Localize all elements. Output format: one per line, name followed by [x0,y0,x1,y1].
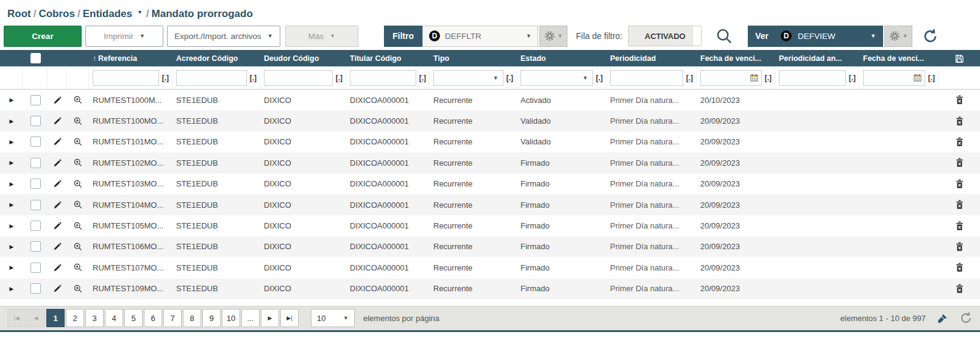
filter-input-titular[interactable] [350,70,416,86]
crear-button[interactable]: Crear [4,26,82,47]
view-row-button[interactable] [73,116,83,126]
filtro-settings-button[interactable]: ▼ [539,26,567,47]
row-checkbox[interactable] [30,283,41,294]
filter-date-input[interactable] [866,71,913,85]
page-button-10[interactable]: 10 [222,309,240,327]
view-row-button[interactable] [73,200,83,210]
cell-referencia[interactable]: RUMTEST105MO... [89,221,172,230]
filter-select-tipo[interactable]: ▼ [433,70,503,86]
cell-referencia[interactable]: RUMTEST106MO... [89,242,172,251]
imprimir-button[interactable]: Imprimir ▼ [85,26,163,47]
filter-input-deudor[interactable] [264,70,333,86]
filter-date-fecha-vencimiento-2[interactable] [863,70,925,86]
view-row-button[interactable] [73,137,83,147]
filter-date-fecha-vencimiento[interactable] [700,70,762,86]
calendar-icon[interactable] [750,73,759,82]
edit-row-button[interactable] [53,200,62,210]
filter-operator-button[interactable]: [.] [505,74,515,82]
delete-row-button[interactable] [955,179,964,189]
column-header-deudor[interactable]: Deudor Código [260,54,346,63]
expand-row-icon[interactable]: ▶ [10,202,14,208]
filter-operator-button[interactable]: [.] [684,74,695,82]
ver-select[interactable]: Ver D DEFVIEW ▼ [748,26,883,47]
column-header-acreedor[interactable]: Acreedor Código [172,54,260,63]
cell-referencia[interactable]: RUMTEST107MO... [89,263,172,272]
cell-referencia[interactable]: RUMTEST101MO... [89,137,172,146]
edit-row-button[interactable] [53,242,62,251]
view-row-button[interactable] [73,158,83,168]
row-checkbox[interactable] [30,158,41,168]
filter-operator-button[interactable]: [.] [334,74,344,82]
filter-input-periodicidad-anual[interactable] [779,70,846,86]
previous-page-button[interactable]: ◀ [27,309,45,327]
ver-settings-button[interactable]: ▼ [884,26,912,47]
select-all-checkbox[interactable] [30,53,41,63]
filter-operator-button[interactable]: [.] [160,74,171,82]
column-header-per_an[interactable]: Periodicidad an... [775,54,859,63]
filter-operator-button[interactable]: [.] [926,74,937,82]
column-header-ref[interactable]: ↑Referencia [89,54,172,63]
clear-filters-button[interactable] [937,313,948,324]
breadcrumb-item-root[interactable]: Root [7,8,31,20]
delete-row-button[interactable] [955,284,964,294]
edit-row-button[interactable] [53,116,62,126]
expand-row-icon[interactable]: ▶ [10,160,14,166]
page-button-9[interactable]: 9 [202,309,221,327]
refresh-button[interactable] [922,28,939,44]
view-row-button[interactable] [73,221,83,231]
view-row-button[interactable] [73,179,83,189]
edit-row-button[interactable] [53,137,62,146]
page-button-3[interactable]: 3 [85,309,104,327]
delete-row-button[interactable] [955,263,964,272]
refresh-list-button[interactable] [959,311,973,325]
page-button-...[interactable]: ... [241,309,260,327]
first-page-button[interactable]: |◀ [7,309,26,327]
delete-row-button[interactable] [955,137,964,147]
page-button-1[interactable]: 1 [46,309,65,327]
expand-row-icon[interactable]: ▶ [10,264,14,271]
next-page-button[interactable]: ▶ [261,309,279,327]
row-checkbox[interactable] [30,200,41,210]
expand-row-icon[interactable]: ▶ [10,286,14,292]
calendar-icon[interactable] [913,73,922,82]
delete-row-button[interactable] [955,158,964,168]
delete-row-button[interactable] [955,242,964,252]
expand-row-icon[interactable]: ▶ [10,139,14,145]
filter-operator-button[interactable]: [.] [763,74,773,82]
view-row-button[interactable] [73,284,83,294]
edit-row-button[interactable] [53,221,62,230]
row-checkbox[interactable] [30,116,41,126]
row-checkbox[interactable] [30,263,41,273]
edit-row-button[interactable] [53,284,62,293]
row-checkbox[interactable] [30,136,41,147]
delete-row-button[interactable] [955,221,964,231]
delete-row-button[interactable] [955,200,964,210]
mas-button[interactable]: Más ▼ [285,26,358,47]
view-row-button[interactable] [73,95,83,105]
expand-row-icon[interactable]: ▶ [10,118,14,124]
page-button-8[interactable]: 8 [183,309,201,327]
cell-referencia[interactable]: RUMTEST1000M... [89,96,172,105]
view-row-button[interactable] [73,242,83,252]
column-header-fecha2[interactable]: Fecha de venci... [859,54,939,63]
filter-input-acreedor[interactable] [176,70,247,86]
page-button-7[interactable]: 7 [163,309,182,327]
row-checkbox[interactable] [30,179,41,189]
cell-referencia[interactable]: RUMTEST102MO... [89,158,172,168]
edit-row-button[interactable] [53,179,62,188]
search-button[interactable] [715,27,733,45]
filtro-select[interactable]: D DEFFLTR ▼ [422,26,538,47]
last-page-button[interactable]: ▶| [280,309,299,327]
page-button-5[interactable]: 5 [124,309,143,327]
page-button-6[interactable]: 6 [144,309,162,327]
edit-row-button[interactable] [53,263,62,272]
column-header-tipo[interactable]: Tipo [430,54,517,63]
page-button-2[interactable]: 2 [66,309,84,327]
filter-operator-button[interactable]: [.] [248,74,258,82]
fila-de-filtro-value-box[interactable]: ACTIVADO [628,26,701,46]
column-header-titular[interactable]: Titular Código [346,54,430,63]
row-checkbox[interactable] [30,221,41,231]
expand-row-icon[interactable]: ▶ [10,244,14,250]
column-header-periodicidad[interactable]: Periodicidad [606,54,697,63]
delete-row-button[interactable] [955,95,964,105]
